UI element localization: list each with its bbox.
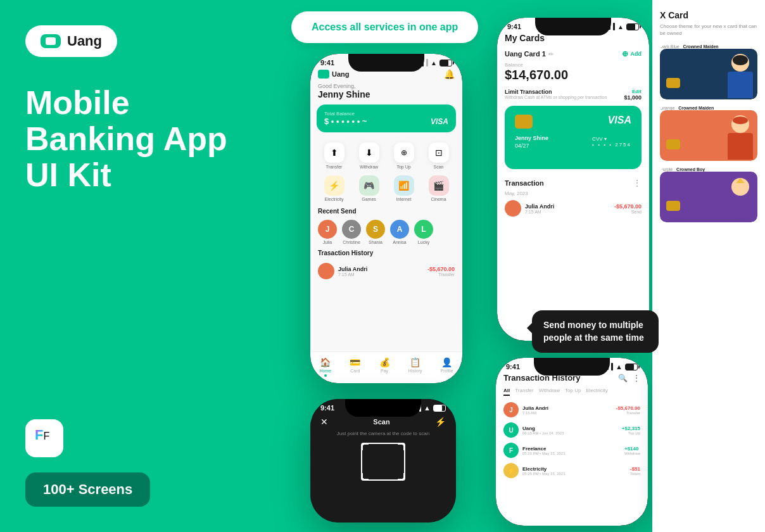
tx-date: May, 2023 [505, 191, 642, 196]
hero-title: Mobile Banking App UI Kit [25, 85, 266, 194]
add-button[interactable]: ⊕ Add [622, 49, 642, 58]
limit-left: Limit Transaction Withdraw Cash at ATMs … [505, 89, 607, 99]
withdraw-icon: ⬇ [359, 142, 379, 163]
nav-pay[interactable]: 💰 Pay [379, 357, 390, 377]
electricity-icon: ⚡ [324, 175, 345, 196]
tx-right: -$5,670.00 Transfer [427, 266, 455, 277]
transaction-item: Julia Andri 7:15 AM -$5,670.00 Transfer [310, 259, 462, 283]
cards-notch [535, 18, 611, 35]
hi-amount-row-3: +$140 Withdraw [624, 446, 640, 455]
nav-home[interactable]: 🏠 Home [320, 357, 332, 377]
home-logo-label: Uang [332, 70, 350, 78]
hi-left-2: U Uang 06:15 AM • Jun 04, 2023 [503, 422, 564, 438]
logo-text: Uang [67, 33, 102, 49]
home-logo: Uang [318, 70, 350, 79]
edit-link[interactable]: Edit [624, 89, 642, 94]
history-item-3: F Freelance 05:20 PM • May 15, 2023 +$14… [496, 440, 648, 460]
visa-card-display: VISA Jenny Shine 04/27 CVV ▾ • • • • 275… [505, 106, 642, 169]
filter-tabs: All Transfer Withdraw Top Up Electricity [496, 386, 648, 400]
purple-chip [666, 201, 680, 211]
add-label: Add [631, 51, 642, 57]
scan-title: Scan [373, 418, 389, 426]
greeting-name: Jenny Shine [318, 89, 455, 99]
card-owner: Jenny Shine 04/27 [515, 135, 548, 149]
card-tx-left: Julia Andri 7:15 AM [505, 200, 554, 217]
greeting-sub: Good Evening, [318, 83, 455, 89]
nav-history[interactable]: 📋 History [408, 357, 422, 377]
service-internet[interactable]: 📶 Internet [394, 175, 414, 201]
card-tx-amount: -$5,670.00 [614, 203, 642, 210]
hi-type-1: Transfer [616, 411, 640, 415]
filter-topup[interactable]: Top Up [565, 388, 581, 396]
nav-profile[interactable]: 👤 Profile [441, 357, 453, 377]
action-withdraw[interactable]: ⬇ Withdraw [359, 142, 379, 169]
hi-amount-1: -$5,670.00 [616, 405, 640, 411]
contact-annisa[interactable]: A Annisa [390, 220, 409, 244]
phone-history: 9:41 ▲ Transaction History 🔍 ⋮ All Trans… [496, 358, 648, 526]
hi-date-4: 05:25 PM • May 15, 2023 [522, 472, 565, 476]
service-games[interactable]: 🎮 Games [359, 175, 379, 201]
dark-chip [666, 78, 680, 88]
svg-point-3 [733, 55, 748, 65]
logo-pill: Uang [25, 25, 117, 57]
hi-avatar-4: ⚡ [503, 463, 519, 478]
hi-amount-2: +$2,315 [622, 426, 640, 431]
s-battery [433, 405, 446, 412]
action-scan[interactable]: ⊡ Scan [429, 142, 449, 169]
scan-corner-br [398, 473, 405, 481]
phone-home-screen: 9:41 ▲ Uang 🔔 Good Evening, Jenny Shine [310, 54, 462, 383]
scan-frame [361, 443, 405, 481]
tx-section-title: Transaction [505, 179, 544, 187]
theme-card-purple[interactable]: Purple Crowned Boy VISA [660, 167, 757, 222]
contact-lucky[interactable]: L Lucky [414, 220, 433, 244]
hi-name-2: Uang [522, 426, 564, 431]
cards-balance-label: Balance [505, 62, 642, 68]
more-icon[interactable]: ⋮ [633, 178, 642, 188]
purple-color-label: Purple Crowned Boy [660, 167, 757, 172]
more-options-icon[interactable]: ⋮ [633, 374, 640, 383]
tx-avatar [318, 263, 334, 279]
filter-withdraw[interactable]: Withdraw [539, 388, 560, 396]
search-icon[interactable]: 🔍 [618, 374, 628, 383]
service-cinema[interactable]: 🎬 Cinema [429, 175, 449, 201]
history-nav-icon: 📋 [410, 357, 420, 367]
bell-icon[interactable]: 🔔 [444, 69, 455, 79]
card-edit-icon[interactable]: ✏ [548, 51, 553, 58]
svg-point-7 [733, 117, 748, 124]
screens-text: 100+ Screens [43, 481, 132, 498]
balance-amount: $ • • • • • • ~ [324, 117, 367, 126]
action-topup[interactable]: ⊕ Top Up [394, 142, 414, 169]
card-tx-item: Julia Andri 7:15 AM -$5,670.00 Send [505, 200, 642, 217]
hi-name-3: Freelance [522, 446, 565, 452]
games-icon: 🎮 [359, 175, 379, 196]
filter-electricity[interactable]: Electricity [586, 388, 607, 396]
balance-row: $ • • • • • • ~ VISA [324, 117, 448, 126]
action-transfer[interactable]: ⬆ Transfer [324, 142, 345, 169]
contact-julia[interactable]: J Julia [318, 220, 337, 244]
scan-label: Scan [434, 165, 444, 169]
hi-type-4: Token [630, 472, 640, 476]
filter-all[interactable]: All [503, 388, 510, 396]
hi-info-2: Uang 06:15 AM • Jun 04, 2023 [522, 426, 564, 435]
hi-date-1: 7:15 AM [522, 411, 548, 415]
tx-section-header: Transaction ⋮ [505, 178, 642, 188]
flash-icon[interactable]: ⚡ [435, 417, 446, 427]
contact-christine[interactable]: C Christine [342, 220, 361, 244]
card-tx-avatar [505, 200, 521, 217]
history-item-2: U Uang 06:15 AM • Jun 04, 2023 +$2,315 T… [496, 420, 648, 440]
tx-type: Transfer [427, 272, 455, 277]
limit-right: Edit $1,000 [624, 89, 642, 101]
close-icon[interactable]: ✕ [320, 417, 328, 427]
card-tx-info: Julia Andri 7:15 AM [525, 203, 554, 214]
contact-avatar-lucky: L [414, 220, 433, 239]
theme-card-dark[interactable]: Dark Blue Crowned Maiden VISA [660, 44, 757, 99]
nav-card[interactable]: 💳 Card [350, 357, 360, 377]
theme-card-orange[interactable]: Orange Crowned Maiden VISA [660, 106, 757, 161]
filter-transfer[interactable]: Transfer [515, 388, 534, 396]
history-item-4: ⚡ Electricity 05:25 PM • May 15, 2023 -$… [496, 460, 648, 481]
hi-avatar-3: F [503, 443, 519, 458]
contact-shania[interactable]: S Shania [366, 220, 385, 244]
tx-section: Transaction ⋮ May, 2023 Julia Andri 7:15… [497, 175, 649, 219]
orange-chip [666, 139, 680, 149]
service-electricity[interactable]: ⚡ Electricity [324, 175, 345, 201]
